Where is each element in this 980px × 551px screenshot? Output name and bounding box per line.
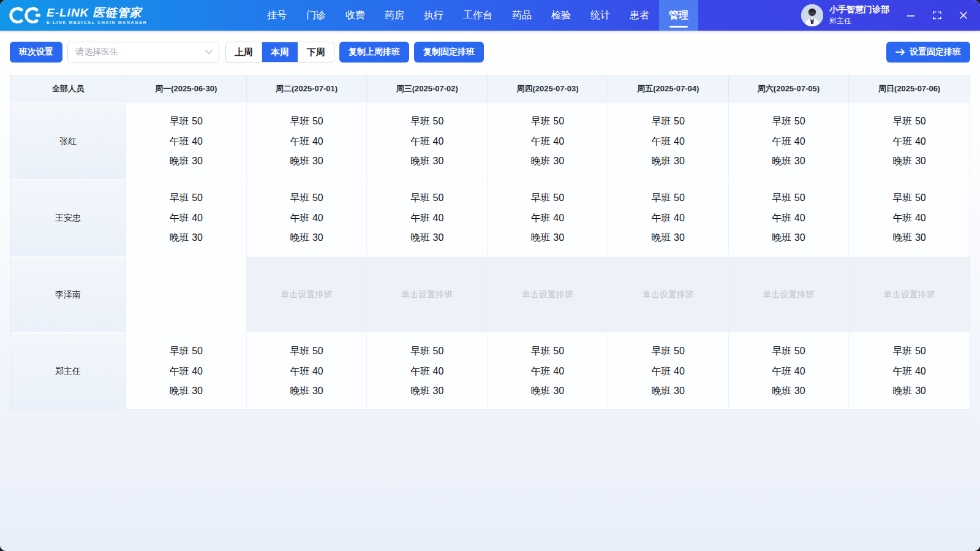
shift-entry: 早班 50 [290,344,323,358]
schedule-cell[interactable]: 早班 50午班 40晚班 30 [488,104,608,179]
shift-entry: 晚班 30 [410,154,443,168]
schedule-row: 李泽南单击设置排班单击设置排班单击设置排班单击设置排班单击设置排班单击设置排班 [10,256,970,332]
schedule-cell[interactable]: 早班 50午班 40晚班 30 [729,333,850,409]
schedule-cell[interactable]: 单击设置排班 [247,257,368,332]
schedule-cell[interactable]: 单击设置排班 [849,257,970,332]
empty-schedule-placeholder: 单击设置排班 [401,289,453,300]
empty-schedule-placeholder: 单击设置排班 [643,289,694,300]
shift-entry: 午班 40 [290,365,323,378]
week-tab-next-week[interactable]: 下周 [298,42,334,62]
shift-entry: 晚班 30 [410,384,443,398]
schedule-cell[interactable]: 早班 50午班 40晚班 30 [849,333,970,409]
nav-item-patients[interactable]: 患者 [620,0,659,31]
shift-entry: 早班 50 [170,115,203,128]
shift-entry: 早班 50 [772,344,805,358]
set-fixed-schedule-button[interactable]: 设置固定排班 [886,42,970,63]
nav-item-execution[interactable]: 执行 [414,0,453,31]
nav-item-outpatient[interactable]: 门诊 [296,0,336,31]
week-switcher: 上周本周下周 [225,42,334,63]
shift-entry: 早班 50 [652,344,685,358]
schedule-cell[interactable]: 早班 50午班 40晚班 30 [247,104,368,179]
schedule-row: 王安忠早班 50午班 40晚班 30早班 50午班 40晚班 30早班 50午班… [10,179,970,256]
empty-schedule-placeholder: 单击设置排班 [884,289,935,300]
schedule-cell[interactable]: 早班 50午班 40晚班 30 [608,333,729,409]
schedule-cell[interactable]: 早班 50午班 40晚班 30 [608,104,729,179]
shift-entry: 午班 40 [290,135,323,148]
shift-entry: 午班 40 [531,365,564,378]
shift-settings-button[interactable]: 班次设置 [10,42,62,63]
header-day-7: 周日(2025-07-06) [849,75,970,102]
schedule-cell[interactable]: 单击设置排班 [608,257,729,332]
minimize-button[interactable] [905,10,916,21]
schedule-cell[interactable]: 早班 50午班 40晚班 30 [488,180,608,256]
schedule-cell[interactable]: 早班 50午班 40晚班 30 [367,180,488,256]
shift-entry: 午班 40 [531,135,564,148]
shift-entry: 晚班 30 [290,231,323,245]
nav-item-statistics[interactable]: 统计 [581,0,620,31]
shift-entry: 早班 50 [410,344,443,358]
shift-entry: 晚班 30 [170,231,203,245]
shift-entry: 午班 40 [652,365,685,378]
user-info[interactable]: 小手智慧门诊部 郑主任 [801,4,889,26]
schedule-cell[interactable]: 单击设置排班 [367,257,488,332]
week-tab-this-week[interactable]: 本周 [262,42,298,62]
nav-item-management[interactable]: 管理 [659,0,698,31]
copy-fixed-button[interactable]: 复制固定排班 [414,42,484,63]
app-title: E-LiNK 医链管家 [47,7,147,19]
nav-item-workbench[interactable]: 工作台 [453,0,502,31]
schedule-cell[interactable]: 早班 50午班 40晚班 30 [126,104,247,179]
shift-entry: 午班 40 [170,211,203,225]
schedule-cell[interactable]: 早班 50午班 40晚班 30 [849,180,970,256]
shift-entry: 晚班 30 [531,154,564,168]
schedule-cell[interactable]: 早班 50午班 40晚班 30 [247,333,368,409]
shift-entry: 晚班 30 [531,231,564,245]
arrow-right-icon [895,48,905,56]
schedule-cell[interactable]: 早班 50午班 40晚班 30 [126,333,247,409]
set-fixed-schedule-label: 设置固定排班 [910,47,961,58]
schedule-cell[interactable]: 早班 50午班 40晚班 30 [126,180,247,256]
nav-item-registration[interactable]: 挂号 [257,0,296,31]
schedule-cell[interactable] [126,257,247,332]
staff-name-cell: 张红 [10,104,126,179]
doctor-select-placeholder: 请选择医生 [75,47,118,58]
nav-item-pharmacy[interactable]: 药房 [375,0,414,31]
schedule-cell[interactable]: 早班 50午班 40晚班 30 [729,180,850,256]
close-button[interactable] [958,10,969,21]
shift-entry: 早班 50 [410,115,443,128]
schedule-cell[interactable]: 早班 50午班 40晚班 30 [367,333,488,409]
schedule-cell[interactable]: 单击设置排班 [729,257,850,332]
schedule-cell[interactable]: 早班 50午班 40晚班 30 [608,180,729,256]
schedule-cell[interactable]: 早班 50午班 40晚班 30 [247,180,368,256]
header-day-6: 周六(2025-07-05) [729,75,850,102]
chevron-down-icon [205,50,213,55]
shift-entry: 早班 50 [410,191,443,205]
shift-entry: 早班 50 [893,115,926,128]
nav-item-lab[interactable]: 检验 [541,0,581,31]
schedule-cell[interactable]: 早班 50午班 40晚班 30 [367,104,488,179]
shift-entry: 晚班 30 [893,384,926,398]
nav-item-charging[interactable]: 收费 [336,0,375,31]
shift-entry: 午班 40 [772,135,805,148]
nav-item-drugs[interactable]: 药品 [502,0,541,31]
avatar [801,4,823,26]
shift-entry: 午班 40 [893,365,926,378]
doctor-select[interactable]: 请选择医生 [67,42,219,63]
shift-entry: 早班 50 [893,344,926,358]
shift-entry: 午班 40 [170,135,203,148]
staff-name-cell: 李泽南 [10,257,126,332]
copy-last-week-button[interactable]: 复制上周排班 [339,42,409,63]
maximize-button[interactable] [932,10,943,21]
shift-entry: 早班 50 [531,344,564,358]
schedule-cell[interactable]: 早班 50午班 40晚班 30 [729,104,850,179]
shift-entry: 午班 40 [772,211,805,225]
week-tab-last-week[interactable]: 上周 [226,42,262,62]
top-nav-bar: E-LiNK 医链管家 E-LINK MEDICAL CHAIN MANAGER… [0,0,980,31]
shift-entry: 晚班 30 [893,231,926,245]
schedule-table: 全部人员周一(2025-06-30)周二(2025-07-01)周三(2025-… [10,75,970,409]
schedule-cell[interactable]: 早班 50午班 40晚班 30 [488,333,608,409]
shift-entry: 早班 50 [290,191,323,205]
schedule-cell[interactable]: 早班 50午班 40晚班 30 [849,104,970,179]
brand-logo-icon [9,5,40,26]
schedule-cell[interactable]: 单击设置排班 [488,257,608,332]
header-day-5: 周五(2025-07-04) [608,75,729,102]
